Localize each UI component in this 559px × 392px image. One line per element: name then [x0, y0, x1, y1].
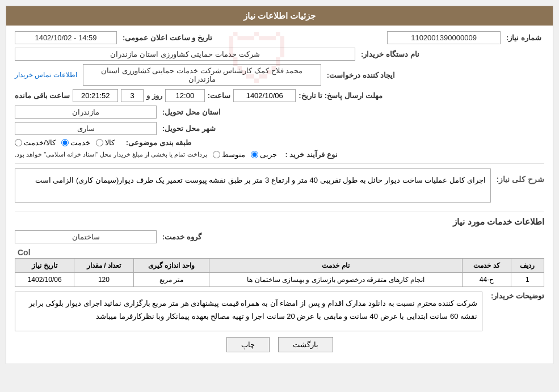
deadline-remaining: 20:21:52: [73, 89, 118, 102]
category-khadamat-option[interactable]: خدمت: [61, 138, 90, 147]
th-row-num: ردیف: [511, 259, 544, 273]
page-title: جزئیات اطلاعات نیاز: [243, 11, 316, 20]
category-kala-khadamat-option[interactable]: کالا/خدمت: [15, 138, 56, 147]
deadline-day-label: روز و: [146, 91, 162, 100]
th-name: نام خدمت: [209, 259, 463, 273]
td-row-num: 1: [511, 273, 544, 287]
table-row: 1 ح-44 انجام کارهای متفرقه درخصوص بازساز…: [15, 273, 544, 287]
th-date: تاریخ نیاز: [15, 259, 74, 273]
buttons-row: بازگشت چاپ: [15, 337, 544, 358]
deadline-time: 12:00: [165, 89, 205, 102]
category-kala-option[interactable]: کالا: [96, 138, 115, 147]
deadline-row: مهلت ارسال پاسخ: تا تاریخ: 1402/10/06 سا…: [15, 89, 544, 102]
category-kala-label: کالا: [105, 138, 115, 147]
category-label: طبقه بندی موضوعی:: [126, 138, 192, 147]
td-date: 1402/10/06: [15, 273, 74, 287]
deadline-time-label: ساعت:: [208, 91, 230, 100]
category-kala-khadamat-label: کالا/خدمت: [24, 138, 56, 147]
province-value: مازندران: [15, 106, 157, 119]
process-motavaset-label: متوسط: [222, 150, 245, 159]
service-group-row: گروه خدمت: ساختمان: [15, 230, 544, 243]
announcement-date-label: تاریخ و ساعت اعلان عمومی:: [123, 33, 212, 42]
deadline-days: 3: [121, 89, 144, 102]
col-text: Col: [18, 248, 31, 257]
requester-value: محمد فلاح کمک کارشناس شرکت خدمات حمایتی …: [83, 64, 321, 86]
process-row: نوع فرآیند خرید : جزیی متوسط پرداخت تمام…: [15, 150, 544, 159]
notes-section: توضیحات خریدار: شرکت کننده محترم نسبت به…: [15, 292, 544, 331]
process-jozee-radio[interactable]: [251, 151, 258, 158]
notes-label: توضیحات خریدار:: [491, 292, 544, 300]
province-label: استان محل تحویل:: [162, 108, 221, 116]
buyer-org-value: شرکت خدمات حمایتی کشاورزی استان مازندران: [15, 48, 355, 61]
category-row: طبقه بندی موضوعی: کالا خدمت کالا/خدمت: [15, 138, 544, 147]
td-name: انجام کارهای متفرقه درخصوص بازسازی و بهس…: [209, 273, 463, 287]
category-khadamat-label: خدمت: [70, 138, 90, 147]
process-jozee-option[interactable]: جزیی: [251, 150, 277, 159]
province-row: استان محل تحویل: مازندران: [15, 106, 544, 119]
deadline-remaining-label: ساعت باقی مانده: [15, 91, 70, 100]
th-unit: واحد اندازه گیری: [133, 259, 209, 273]
notes-text: شرکت کننده محترم نسبت به دانلود مدارک اق…: [15, 292, 482, 331]
deadline-label: مهلت ارسال پاسخ: تا تاریخ:: [299, 91, 383, 100]
table-header-row: ردیف کد خدمت نام خدمت واحد اندازه گیری ت…: [15, 259, 544, 273]
city-label: شهر محل تحویل:: [162, 124, 216, 133]
need-number-value: 1102001390000009: [387, 31, 501, 44]
print-button[interactable]: چاپ: [226, 337, 270, 352]
need-number-label: شماره نیاز:: [506, 33, 541, 42]
page-header: جزئیات اطلاعات نیاز: [6, 6, 553, 26]
description-section: شرح کلی نیاز: اجرای کامل عملیات ساخت دیو…: [15, 168, 544, 207]
service-table: ردیف کد خدمت نام خدمت واحد اندازه گیری ت…: [15, 258, 544, 287]
process-detail: پرداخت تمام یا بخشی از مبلغ خریدار محل "…: [15, 151, 207, 158]
announcement-date-value: 1402/10/02 - 14:59: [15, 31, 117, 44]
requester-row: ایجاد کننده درخواست: محمد فلاح کمک کارشن…: [15, 64, 544, 86]
requester-label: ایجاد کننده درخواست:: [327, 71, 396, 79]
col-container: Col: [15, 247, 544, 258]
process-label: نوع فرآیند خرید :: [285, 150, 338, 159]
buyer-org-row: نام دستگاه خریدار: شرکت خدمات حمایتی کشا…: [15, 48, 544, 61]
city-value: ساری: [15, 122, 157, 135]
th-code: کد خدمت: [463, 259, 511, 273]
service-group-value: ساختمان: [15, 230, 157, 243]
city-row: شهر محل تحویل: ساری: [15, 122, 544, 135]
need-number-row: شماره نیاز: 1102001390000009 تاریخ و ساع…: [15, 31, 544, 44]
td-quantity: 120: [74, 273, 133, 287]
td-code: ح-44: [463, 273, 511, 287]
back-button[interactable]: بازگشت: [278, 337, 333, 352]
category-khadamat-radio[interactable]: [61, 139, 69, 146]
service-info-header: اطلاعات خدمات مورد نیاز: [15, 217, 544, 227]
category-kala-khadamat-radio[interactable]: [15, 139, 22, 146]
process-motavaset-radio[interactable]: [213, 151, 220, 158]
service-group-label: گروه خدمت:: [162, 233, 201, 241]
process-motavaset-option[interactable]: متوسط: [213, 150, 245, 159]
description-label: شرح کلی نیاز:: [497, 172, 544, 184]
th-quantity: تعداد / مقدار: [74, 259, 133, 273]
process-jozee-label: جزیی: [260, 150, 277, 159]
buyer-org-label: نام دستگاه خریدار:: [361, 50, 419, 58]
contact-link[interactable]: اطلاعات تماس خریدار: [15, 71, 77, 79]
category-kala-radio[interactable]: [96, 139, 103, 146]
deadline-date: 1402/10/06: [233, 89, 296, 102]
td-unit: متر مربع: [133, 273, 209, 287]
description-text: اجرای کامل عملیات ساخت دیوار حائل به طول…: [15, 168, 491, 203]
